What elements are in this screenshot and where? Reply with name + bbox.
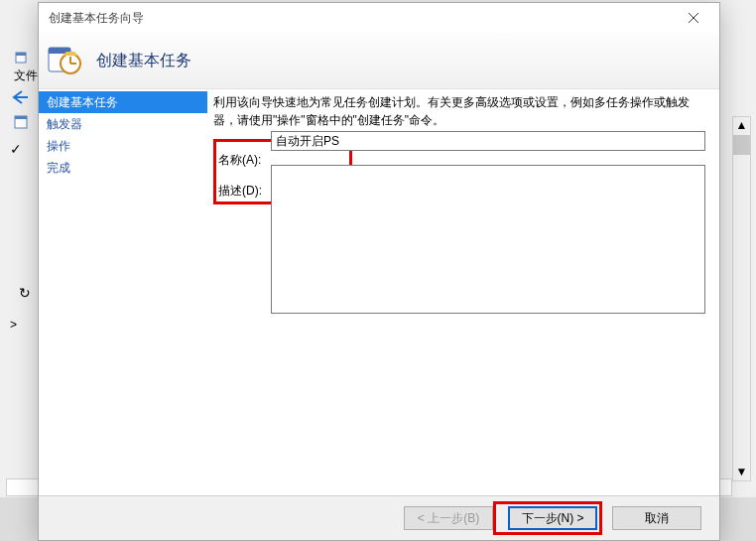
wizard-window: 创建基本任务向导 创建基本任务 创建基本任务 触发器 — [38, 2, 720, 541]
bg-expand-toggle[interactable]: ✓ — [10, 141, 22, 157]
step-trigger[interactable]: 触发器 — [39, 113, 207, 135]
highlight-next: 下一步(N) > — [493, 501, 602, 535]
bg-expand-arrow[interactable]: > — [10, 318, 17, 332]
intro-line-1: 利用该向导快速地为常见任务创建计划。有关更多高级选项或设置，例如多任务操作或触发 — [213, 95, 690, 109]
step-create-basic-task[interactable]: 创建基本任务 — [39, 91, 207, 113]
back-button: < 上一步(B) — [404, 506, 493, 530]
close-button[interactable] — [672, 4, 715, 32]
titlebar[interactable]: 创建基本任务向导 — [39, 3, 719, 33]
wizard-footer: < 上一步(B) 下一步(N) > 取消 — [39, 495, 719, 540]
task-description-input[interactable] — [271, 165, 705, 314]
intro-text: 利用该向导快速地为常见任务创建计划。有关更多高级选项或设置，例如多任务操作或触发… — [213, 93, 705, 129]
scroll-down-button[interactable]: ▼ — [733, 464, 750, 480]
wizard-content: 利用该向导快速地为常见任务创建计划。有关更多高级选项或设置，例如多任务操作或触发… — [207, 89, 719, 496]
step-finish[interactable]: 完成 — [39, 157, 207, 179]
intro-line-2: 器，请使用"操作"窗格中的"创建任务"命令。 — [213, 113, 444, 127]
wizard-steps: 创建基本任务 触发器 操作 完成 — [39, 89, 207, 496]
wizard-header: 创建基本任务 — [96, 51, 191, 71]
svg-rect-1 — [16, 53, 26, 56]
wizard-banner: 创建基本任务 — [39, 33, 719, 89]
svg-rect-4 — [15, 116, 27, 119]
bg-file-menu[interactable]: 文件 — [14, 68, 38, 84]
scroll-thumb[interactable] — [733, 135, 750, 155]
task-name-input[interactable] — [271, 131, 705, 151]
bg-refresh-icon[interactable]: ↻ — [19, 285, 31, 301]
next-button[interactable]: 下一步(N) > — [508, 506, 597, 530]
bg-vertical-scrollbar[interactable]: ▲ ▼ — [732, 116, 751, 481]
bg-back-button[interactable] — [10, 89, 30, 105]
step-action[interactable]: 操作 — [39, 135, 207, 157]
cancel-button[interactable]: 取消 — [612, 506, 701, 530]
bg-scheduler-icon — [14, 115, 28, 129]
scroll-up-button[interactable]: ▲ — [733, 117, 750, 134]
bg-app-icon — [15, 52, 27, 64]
window-title: 创建基本任务向导 — [49, 10, 672, 27]
wizard-banner-icon — [47, 42, 82, 80]
